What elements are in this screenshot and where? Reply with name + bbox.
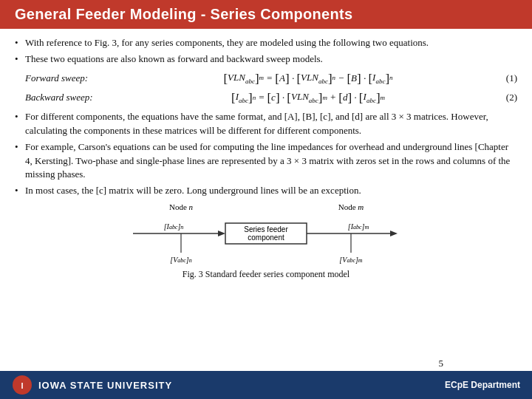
- eq-label-1: Forward sweep:: [25, 72, 121, 86]
- bullet-item-5: • In most cases, the [c] matrix will be …: [15, 184, 517, 198]
- node-m-label: Node m: [338, 202, 364, 211]
- node-n-label: Node n: [169, 202, 194, 211]
- bullet-section-2: • For different components, the equation…: [15, 110, 517, 198]
- footer-department: ECpE Department: [445, 380, 520, 390]
- footer: 5 I IOWA STATE UNIVERSITY ECpE Departmen…: [0, 371, 532, 399]
- diagram-area: Node n Node m Series feeder component [I…: [15, 201, 517, 281]
- bullet-item-2: • These two equations are also known as …: [15, 52, 517, 66]
- bullet-item-4: • For example, Carson's equations can be…: [15, 140, 517, 183]
- slide-content: • With reference to Fig. 3, for any seri…: [0, 29, 532, 371]
- eq-number-2: (2): [495, 91, 517, 105]
- bullet-item-3: • For different components, the equation…: [15, 110, 517, 138]
- bullet-item-1: • With reference to Fig. 3, for any seri…: [15, 36, 517, 50]
- bullet-text-2: These two equations are also known as fo…: [25, 52, 517, 66]
- bullet-text-4: For example, Carson's equations can be u…: [25, 140, 517, 183]
- eq-formula-2: [Iabc]n = [c] · [VLNabc]m + [d] · [Iabc]…: [121, 90, 495, 106]
- bullet-dot-1: •: [15, 36, 25, 50]
- voltage-left-label: [Vabc]n: [170, 256, 191, 264]
- voltage-right-label: [Vabc]m: [339, 256, 362, 264]
- eq-number-1: (1): [495, 72, 517, 86]
- equation-row-1: Forward sweep: [VLNabc]m = [A] · [VLNabc…: [25, 71, 517, 86]
- diagram-caption: Fig. 3 Standard feeder series component …: [183, 268, 349, 281]
- bullet-text-5: In most cases, the [c] matrix will be ze…: [25, 184, 517, 198]
- isu-logo-icon: I: [12, 375, 33, 395]
- eq-label-2: Backward sweep:: [25, 91, 121, 105]
- eq-formula-1: [VLNabc]m = [A] · [VLNabc]n − [B] · [Iab…: [121, 71, 495, 86]
- feeder-diagram: Node n Node m Series feeder component [I…: [111, 201, 421, 266]
- bullet-dot-3: •: [15, 110, 25, 124]
- bullet-text-3: For different components, the equations …: [25, 110, 517, 138]
- equation-row-2: Backward sweep: [Iabc]n = [c] · [VLNabc]…: [25, 90, 517, 106]
- bullet-dot-2: •: [15, 52, 25, 66]
- current-right-label: [Iabc]m: [348, 222, 369, 231]
- current-left-label: [Iabc]n: [164, 222, 184, 231]
- bullet-dot-5: •: [15, 184, 25, 198]
- bullet-dot-4: •: [15, 140, 25, 154]
- title-bar: General Feeder Modeling - Series Compone…: [0, 0, 532, 29]
- slide-container: General Feeder Modeling - Series Compone…: [0, 0, 532, 399]
- bullet-text-1: With reference to Fig. 3, for any series…: [25, 36, 517, 50]
- svg-text:I: I: [21, 381, 23, 390]
- page-number: 5: [439, 358, 444, 369]
- left-arrow: [218, 231, 225, 236]
- slide-title: General Feeder Modeling - Series Compone…: [15, 6, 352, 23]
- footer-logo: I IOWA STATE UNIVERSITY: [12, 375, 172, 395]
- university-name: IOWA STATE UNIVERSITY: [38, 380, 172, 391]
- bullet-section-1: • With reference to Fig. 3, for any seri…: [15, 36, 517, 66]
- right-arrow: [390, 231, 398, 236]
- svg-text:Series feeder: Series feeder: [244, 225, 288, 233]
- svg-text:component: component: [248, 233, 284, 242]
